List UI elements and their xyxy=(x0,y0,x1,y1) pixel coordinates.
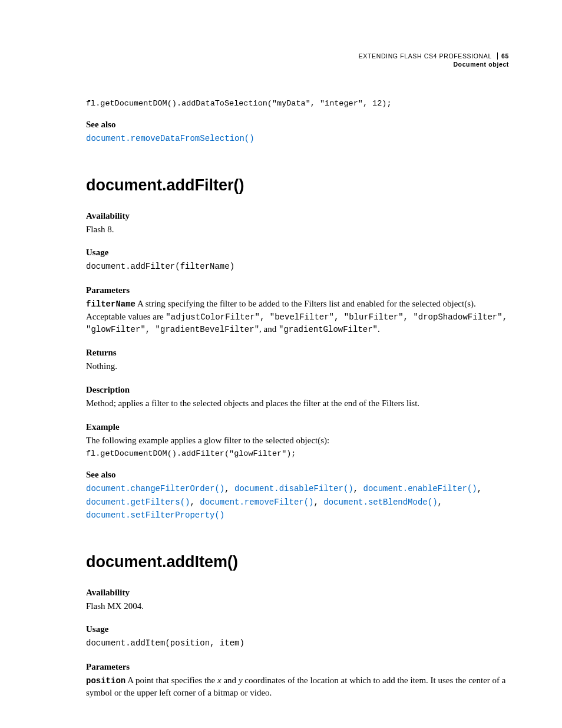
availability-heading: Availability xyxy=(86,211,509,221)
parameters-heading-2: Parameters xyxy=(86,662,509,672)
link-docremoveFilter[interactable]: document.removeFilter() xyxy=(200,498,313,507)
usage-code: document.addFilter(filterName) xyxy=(86,260,509,273)
example-text: The following example applies a glow fil… xyxy=(86,434,509,447)
availability-text-2: Flash MX 2004. xyxy=(86,600,509,613)
param-name-filterName: filterName xyxy=(86,299,135,309)
code-block-top: fl.getDocumentDOM().addDataToSelection("… xyxy=(86,99,509,108)
usage-heading: Usage xyxy=(86,248,509,258)
page-number: 65 xyxy=(497,52,509,60)
book-title: EXTENDING FLASH CS4 PROFESSIONAL xyxy=(359,52,492,60)
link-docsetFilterProperty[interactable]: document.setFilterProperty() xyxy=(86,510,224,520)
see-also-heading-2: See also xyxy=(86,470,509,480)
returns-text: Nothing. xyxy=(86,360,509,373)
see-also-links: document.changeFilterOrder(), document.d… xyxy=(86,482,509,522)
description-text: Method; applies a filter to the selected… xyxy=(86,397,509,410)
parameter-filterName: filterName A string specifying the filte… xyxy=(86,298,509,336)
chapter-title: Document object xyxy=(86,60,509,68)
link-docdisableFilter[interactable]: document.disableFilter() xyxy=(234,484,353,493)
link-docchangeFilterOrder[interactable]: document.changeFilterOrder() xyxy=(86,484,224,493)
param-name-position: position xyxy=(86,676,125,686)
link-docgetFilters[interactable]: document.getFilters() xyxy=(86,498,190,507)
availability-text: Flash 8. xyxy=(86,223,509,236)
running-header: EXTENDING FLASH CS4 PROFESSIONAL 65 Docu… xyxy=(86,52,509,68)
link-docenableFilter[interactable]: document.enableFilter() xyxy=(363,484,477,493)
availability-heading-2: Availability xyxy=(86,588,509,598)
description-heading: Description xyxy=(86,385,509,395)
see-also-links-block: document.removeDataFromSelection() xyxy=(86,132,509,145)
usage-code-2: document.addItem(position, item) xyxy=(86,637,509,650)
method-title-addItem: document.addItem() xyxy=(86,553,509,571)
see-also-heading: See also xyxy=(86,120,509,130)
page: EXTENDING FLASH CS4 PROFESSIONAL 65 Docu… xyxy=(0,0,562,728)
method-title-addFilter: document.addFilter() xyxy=(86,176,509,195)
parameter-position: position A point that specifies the x an… xyxy=(86,674,509,700)
parameters-heading: Parameters xyxy=(86,285,509,295)
link-docsetBlendMode[interactable]: document.setBlendMode() xyxy=(323,498,437,507)
example-heading: Example xyxy=(86,422,509,432)
example-code: fl.getDocumentDOM().addFilter("glowFilte… xyxy=(86,449,509,458)
usage-heading-2: Usage xyxy=(86,624,509,634)
link-removeDataFromSelection[interactable]: document.removeDataFromSelection() xyxy=(86,134,254,143)
returns-heading: Returns xyxy=(86,348,509,358)
